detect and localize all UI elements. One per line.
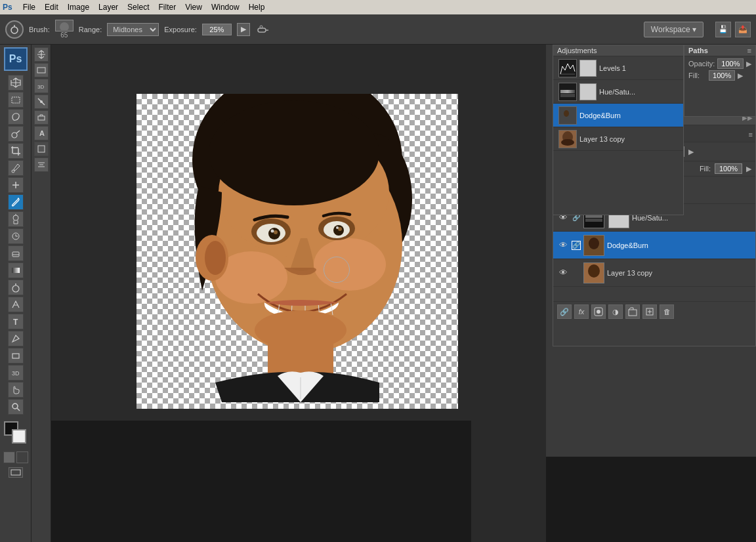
tool2-move[interactable]: [34, 47, 49, 62]
menu-window[interactable]: Window: [207, 1, 243, 13]
eraser-tool[interactable]: [8, 245, 24, 261]
hue-thumb: [558, 83, 577, 101]
dodge-tool[interactable]: [8, 280, 24, 295]
gradient-tool[interactable]: [8, 262, 24, 278]
menu-select[interactable]: Select: [123, 1, 153, 13]
eye-dodge[interactable]: 👁: [557, 240, 569, 251]
opacity-arrow[interactable]: ▶: [688, 148, 694, 156]
new-layer-btn[interactable]: [642, 304, 657, 319]
paths-fill-label: Fill:: [688, 72, 700, 79]
brush-picker[interactable]: [55, 20, 74, 31]
shape-tool[interactable]: [8, 348, 24, 364]
tool2-transform[interactable]: [34, 110, 49, 125]
range-select[interactable]: ShadowsMidtonesHighlights: [107, 23, 159, 36]
layer-row-dodge[interactable]: 👁 🔗 Dodge&Burn: [553, 232, 755, 259]
adj-levels-row[interactable]: Levels 1: [553, 56, 683, 80]
adj-hue-row[interactable]: Hue/Satu...: [553, 80, 683, 104]
paths-opacity-input[interactable]: [717, 58, 744, 69]
layer13-name: Layer 13 copy: [579, 135, 625, 143]
svg-point-77: [561, 139, 574, 146]
paths-panel-menu[interactable]: ≡: [747, 47, 751, 54]
clone-stamp-tool[interactable]: [8, 211, 24, 227]
brush-tool[interactable]: [8, 194, 24, 210]
tool2-text[interactable]: A: [34, 126, 49, 140]
color-swatches: [4, 421, 28, 445]
brush-size: 65: [60, 31, 68, 39]
svg-rect-34: [38, 116, 45, 120]
canvas[interactable]: [136, 94, 458, 409]
share-icon[interactable]: 📤: [735, 22, 751, 37]
svg-point-64: [205, 241, 226, 275]
menu-help[interactable]: Help: [245, 1, 269, 13]
svg-rect-70: [560, 90, 575, 93]
save-icon[interactable]: 💾: [715, 22, 731, 37]
fx-btn[interactable]: fx: [574, 304, 589, 319]
svg-point-7: [12, 133, 17, 138]
adjustment-btn[interactable]: ◑: [608, 304, 623, 319]
workspace-button[interactable]: Workspace ▾: [644, 22, 704, 37]
tool2-2[interactable]: [34, 63, 49, 77]
levels-name: Levels 1: [599, 64, 626, 72]
layer-row-layer13[interactable]: 👁 Layer 13 copy: [553, 259, 755, 287]
svg-point-87: [597, 310, 600, 314]
svg-text:A: A: [39, 129, 45, 137]
svg-point-2: [60, 22, 69, 30]
layer13-layer-name: Layer 13 copy: [607, 269, 751, 277]
toolbox: Ps T 3: [0, 45, 32, 542]
panel-bottom-toolbar: 🔗 fx ◑ 🗑: [553, 301, 755, 322]
zoom-tool[interactable]: [8, 399, 24, 415]
move-tool[interactable]: [8, 75, 24, 91]
tool2-fill[interactable]: [34, 142, 49, 156]
healing-tool[interactable]: [8, 177, 24, 193]
history-brush-tool[interactable]: [8, 228, 24, 244]
levels-mask: [579, 60, 597, 77]
hand-tool[interactable]: [8, 382, 24, 398]
quick-mask-mode[interactable]: [16, 451, 28, 463]
svg-point-74: [564, 110, 569, 117]
exposure-input[interactable]: [202, 24, 232, 35]
adj-layer13-row[interactable]: Layer 13 copy: [553, 127, 683, 151]
fill-arrow[interactable]: ▶: [746, 165, 751, 173]
tool2-anchor[interactable]: [34, 94, 49, 109]
3d-tool[interactable]: 3D: [8, 365, 24, 381]
svg-rect-3: [258, 28, 266, 32]
airbrush-icon[interactable]: [255, 22, 271, 37]
path-select-tool[interactable]: [8, 331, 24, 346]
tool2-align[interactable]: [34, 157, 49, 172]
hue-mask: [579, 83, 597, 100]
paths-fill-input[interactable]: [709, 70, 735, 81]
exposure-arrow-btn[interactable]: ▶: [237, 23, 250, 36]
adj-dodge-row[interactable]: Dodge&Burn: [553, 104, 683, 127]
paths-fill-arrow[interactable]: ▶: [738, 72, 743, 80]
layer13-thumb: [558, 130, 577, 148]
menu-edit[interactable]: Edit: [41, 1, 62, 13]
quick-select-tool[interactable]: [8, 126, 24, 142]
svg-point-55: [271, 230, 274, 233]
menu-image[interactable]: Image: [64, 1, 93, 13]
standard-mode[interactable]: [3, 451, 15, 463]
dodge-tool-icon[interactable]: [5, 20, 24, 39]
menu-layer[interactable]: Layer: [94, 1, 122, 13]
background-color[interactable]: [12, 429, 26, 444]
eye-layer13[interactable]: 👁: [557, 267, 569, 279]
add-mask-btn[interactable]: [591, 304, 606, 319]
menu-view[interactable]: View: [181, 1, 206, 13]
delete-layer-btn[interactable]: 🗑: [660, 304, 674, 319]
svg-point-85: [588, 264, 600, 278]
marquee-tool[interactable]: [8, 92, 24, 108]
link-layers-btn[interactable]: 🔗: [557, 304, 572, 319]
eyedropper-tool[interactable]: [8, 160, 24, 176]
svg-line-8: [16, 131, 20, 133]
paths-opacity-arrow[interactable]: ▶: [746, 60, 751, 68]
lasso-tool[interactable]: [8, 109, 24, 125]
pen-tool[interactable]: [8, 297, 24, 312]
type-tool[interactable]: T: [8, 314, 24, 329]
new-group-btn[interactable]: [625, 304, 640, 319]
menu-filter[interactable]: Filter: [154, 1, 180, 13]
panel-menu-icon[interactable]: ≡: [749, 131, 753, 138]
menu-file[interactable]: File: [19, 1, 39, 13]
crop-tool[interactable]: [8, 143, 24, 159]
fill-input[interactable]: [715, 163, 742, 174]
tool2-3d[interactable]: 3D: [34, 79, 49, 93]
screen-mode[interactable]: [9, 467, 23, 478]
